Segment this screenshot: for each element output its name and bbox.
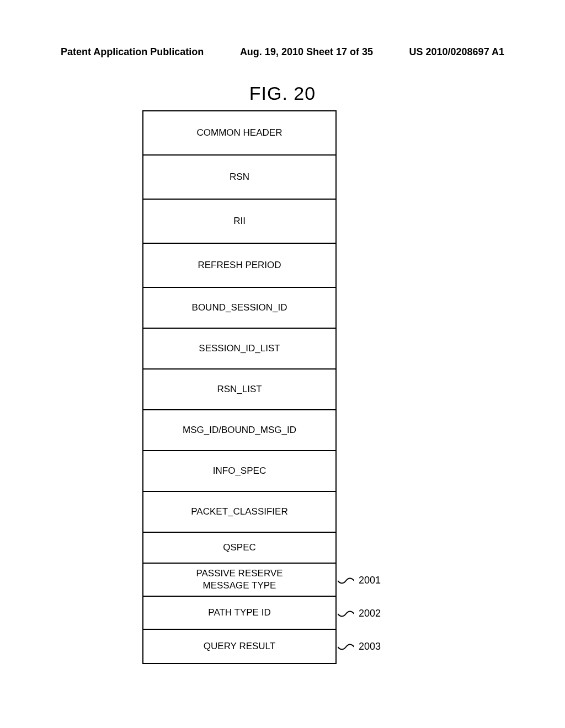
table-row: REFRESH PERIOD [143, 244, 335, 288]
header-left: Patent Application Publication [61, 46, 204, 58]
cell-text: BOUND_SESSION_ID [192, 302, 287, 313]
cell-text: QSPEC [223, 542, 256, 553]
message-structure-table: COMMON HEADERRSNRIIREFRESH PERIODBOUND_S… [142, 110, 337, 664]
table-row: SESSION_ID_LIST [143, 329, 335, 370]
header-right: US 2010/0208697 A1 [409, 46, 504, 58]
table-row: RSN_LIST [143, 370, 335, 410]
cell-text-line: MESSAGE TYPE [196, 580, 282, 592]
leader-tick-icon [338, 576, 354, 586]
reference-number: 2002 [359, 608, 381, 619]
cell-text: INFO_SPEC [213, 465, 266, 477]
table-row: PATH TYPE ID [143, 597, 335, 630]
table-row: MSG_ID/BOUND_MSG_ID [143, 410, 335, 451]
reference-label: 2002 [338, 608, 381, 619]
reference-label: 2001 [338, 575, 381, 586]
cell-text: SESSION_ID_LIST [199, 343, 280, 354]
leader-tick-icon [338, 609, 354, 619]
page-header: Patent Application Publication Aug. 19, … [61, 46, 504, 58]
table-row: PACKET_CLASSIFIER [143, 492, 335, 533]
cell-text: RII [233, 216, 246, 227]
cell-text: PASSIVE RESERVEMESSAGE TYPE [196, 568, 282, 592]
cell-text: REFRESH PERIOD [198, 260, 281, 271]
reference-number: 2003 [359, 641, 381, 652]
table-row: QSPEC [143, 533, 335, 564]
cell-text: QUERY RESULT [204, 641, 275, 652]
table-row: RSN [143, 156, 335, 200]
reference-label: 2003 [338, 641, 381, 652]
cell-text: COMMON HEADER [197, 127, 282, 138]
table-row: COMMON HEADER [143, 111, 335, 156]
cell-text-line: PASSIVE RESERVE [196, 568, 282, 580]
cell-text: RSN [230, 172, 249, 183]
cell-text: MSG_ID/BOUND_MSG_ID [183, 425, 296, 436]
cell-text: RSN_LIST [217, 384, 262, 395]
table-row: QUERY RESULT [143, 630, 335, 663]
table-row: INFO_SPEC [143, 451, 335, 492]
cell-text: PACKET_CLASSIFIER [191, 506, 287, 517]
table-row: PASSIVE RESERVEMESSAGE TYPE [143, 564, 335, 597]
table-row: RII [143, 200, 335, 244]
cell-text: PATH TYPE ID [208, 607, 270, 618]
figure-title: FIG. 20 [0, 83, 565, 104]
leader-tick-icon [338, 642, 354, 652]
table-row: BOUND_SESSION_ID [143, 288, 335, 329]
header-center: Aug. 19, 2010 Sheet 17 of 35 [240, 46, 373, 58]
reference-number: 2001 [359, 575, 381, 586]
